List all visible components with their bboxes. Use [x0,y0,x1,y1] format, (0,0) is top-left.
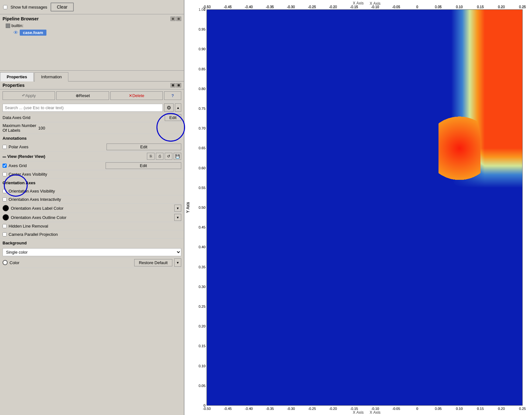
clear-button[interactable]: Clear [51,3,74,11]
axes-grid-label: Axes Grid [9,163,27,168]
builtin-label: builtin: [11,23,24,28]
hidden-line-label: Hidden Line Removal [9,224,48,229]
pipeline-icon-2[interactable]: ⊠ [176,17,181,21]
help-button[interactable]: ? [164,91,181,100]
properties-section: Properties ⊠ ⊠ ↶Apply ⊗Reset ✕Delete ? ⚙… [0,81,184,415]
eye-icon[interactable]: 👁 [13,30,18,36]
orientation-interactivity-checkbox[interactable] [3,197,7,201]
orientation-label-color-dropdown[interactable]: ▼ [174,205,181,212]
background-header: Background [0,239,184,247]
pipeline-title-bar: Pipeline Browser ⊠ ⊠ [3,16,181,21]
view-icon-refresh[interactable]: ↺ [165,153,172,160]
orientation-visibility-row: Orientation Axes Visibility [0,187,184,195]
tab-properties[interactable]: Properties [0,72,34,81]
tree-builtin: builtin: [6,23,181,29]
tree-case-item[interactable]: 👁 case.foam [11,29,181,37]
gear-button[interactable]: ⚙ [164,103,174,112]
top-bar: Show full messages Clear [0,0,184,14]
camera-parallel-checkbox[interactable] [3,232,7,236]
view-collapse-icon[interactable]: ▬ [3,154,6,158]
orientation-visibility-checkbox[interactable] [3,189,7,193]
max-labels-row: Maximum NumberOf Labels 100 [0,122,184,134]
pipeline-title: Pipeline Browser [3,16,39,21]
orientation-outline-color-swatch[interactable] [3,214,9,221]
pipeline-browser: Pipeline Browser ⊠ ⊠ builtin: 👁 case.foa… [0,14,184,71]
orientation-outline-color-label: Orientation Axes Outline Color [11,215,172,220]
orientation-label-color-label: Orientation Axes Label Color [11,206,172,211]
search-input[interactable] [3,104,163,112]
orientation-axes-header: Orientation Axes [0,179,184,187]
view-header-row: ▬ View (Render View) ⎘ ⎙ ↺ 💾 [0,151,184,161]
orientation-visibility-label: Orientation Axes Visibility [9,189,55,193]
polar-axes-checkbox[interactable] [3,145,7,149]
properties-header-icons: ⊠ ⊠ [170,83,181,88]
orientation-outline-color-dropdown[interactable]: ▼ [174,214,181,221]
tabs-bar: Properties Information [0,71,184,81]
reset-button[interactable]: ⊗Reset [56,91,109,100]
restore-default-button[interactable]: Restore Default [134,259,172,266]
axes-grid-checkbox[interactable] [3,164,7,168]
background-dropdown-row: Single color Gradient Image Skybox [0,247,184,257]
center-axes-label: Center Axes Visibility [9,172,47,177]
max-labels-label: Maximum NumberOf Labels [3,123,36,133]
pipeline-tree: builtin: 👁 case.foam [3,23,181,37]
hidden-line-row: Hidden Line Removal [0,222,184,230]
properties-header: Properties ⊠ ⊠ [0,81,184,89]
data-axes-grid-label: Data Axes Grid [3,115,30,120]
polar-axes-edit[interactable]: Edit [107,144,181,150]
center-axes-checkbox[interactable] [3,172,7,176]
properties-content: Data Axes Grid Edit Maximum NumberOf Lab… [0,113,184,415]
pipeline-spacer [3,37,181,68]
show-full-messages-checkbox[interactable] [3,5,7,9]
action-buttons: ↶Apply ⊗Reset ✕Delete ? [0,89,184,102]
apply-button[interactable]: ↶Apply [3,91,55,100]
orientation-interactivity-label: Orientation Axes Interactivity [9,197,61,202]
color-label: Color [10,260,132,265]
viz-canvas[interactable] [184,0,532,415]
view-icon-copy[interactable]: ⎘ [147,153,155,160]
orientation-interactivity-row: Orientation Axes Interactivity [0,195,184,204]
data-axes-grid-row: Data Axes Grid Edit [0,113,184,122]
viz-container [184,0,532,415]
props-icon-1[interactable]: ⊠ [170,83,176,88]
center-axes-row: Center Axes Visibility [0,170,184,179]
props-icon-2[interactable]: ⊠ [176,83,181,88]
color-radio[interactable] [3,260,8,265]
restore-dropdown-btn[interactable]: ▼ [174,258,181,267]
polar-axes-label: Polar Axes [9,144,28,149]
right-panel [184,0,532,415]
view-icon-save[interactable]: 💾 [174,153,181,160]
axes-grid-row: Axes Grid Edit [0,161,184,170]
color-restore-row: Color Restore Default ▼ [0,257,184,268]
left-panel: Show full messages Clear Pipeline Browse… [0,0,184,415]
case-label[interactable]: case.foam [20,30,46,36]
delete-button[interactable]: ✕Delete [110,91,163,100]
pipeline-icons: ⊠ ⊠ [170,17,181,21]
orientation-outline-color-row: Orientation Axes Outline Color ▼ [0,213,184,222]
camera-parallel-label: Camera Parallel Projection [9,232,58,237]
camera-parallel-row: Camera Parallel Projection [0,230,184,239]
hidden-line-checkbox[interactable] [3,224,7,228]
pipeline-icon-1[interactable]: ⊠ [170,17,176,21]
annotations-header: Annotations [0,134,184,143]
tab-information[interactable]: Information [34,72,68,81]
show-full-messages-label: Show full messages [10,5,47,10]
orientation-label-color-row: Orientation Axes Label Color ▼ [0,204,184,213]
search-bar: ⚙ ▲ [0,102,184,113]
data-axes-grid-edit[interactable]: Edit [165,114,181,121]
scroll-up-button[interactable]: ▲ [175,103,181,112]
properties-title: Properties [3,83,24,88]
builtin-icon [6,24,10,28]
axes-grid-edit[interactable]: Edit [106,162,181,169]
background-dropdown[interactable]: Single color Gradient Image Skybox [3,248,181,256]
orientation-label-color-swatch[interactable] [3,205,9,211]
polar-axes-row: Polar Axes Edit [0,143,184,151]
view-icon-paste[interactable]: ⎙ [156,153,163,160]
view-title: View (Render View) [7,154,146,159]
max-labels-value: 100 [38,126,181,130]
